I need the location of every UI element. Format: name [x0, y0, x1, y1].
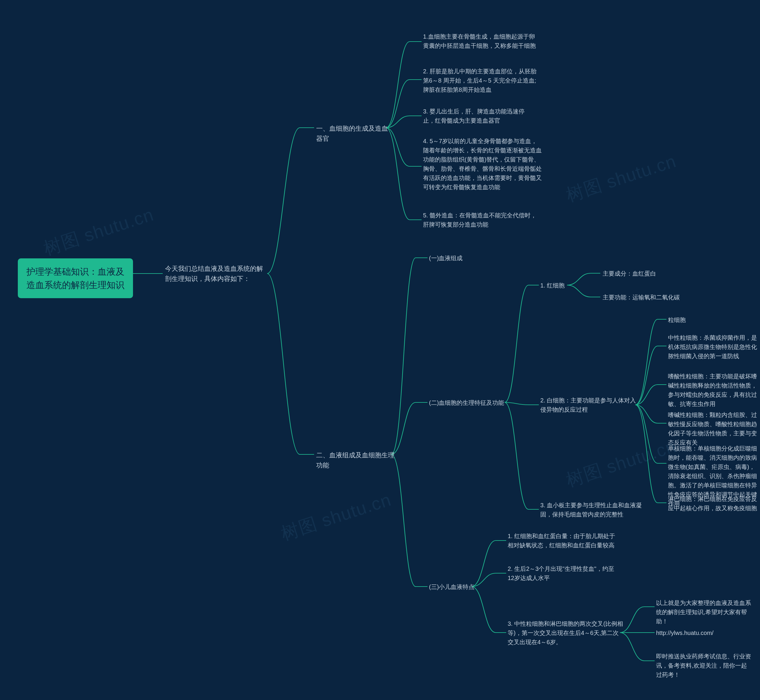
mindmap-canvas: 树图 shutu.cn 树图 shutu.cn 树图 shutu.cn 树图 s… — [0, 0, 760, 700]
footer-note-1[interactable]: 以上就是为大家整理的血液及造血系统的解剖生理知识,希望对大家有帮助！ — [656, 598, 751, 626]
connector-lines — [0, 0, 760, 700]
watermark: 树图 shutu.cn — [563, 434, 680, 492]
rbc-c2[interactable]: 主要功能：运输氧和二氧化碳 — [602, 293, 692, 302]
footer-note-2[interactable]: 即时推送执业药师考试信息、行业资讯，备考资料,欢迎关注，陪你一起过药考！ — [656, 652, 751, 680]
wbc-g1[interactable]: 粒细胞 — [668, 316, 751, 325]
section1-p1[interactable]: 1.血细胞主要在骨髓生成，血细胞起源于卵黄囊的中胚层造血干细胞，又称多能干细胞 — [423, 32, 536, 50]
wbc-g2[interactable]: 中性粒细胞：杀菌或抑菌作用，是机体抵抗病原微生物特别是急性化脓性细菌入侵的第一道… — [668, 333, 757, 361]
section2-a[interactable]: (一)血液组成 — [429, 254, 494, 263]
watermark: 树图 shutu.cn — [278, 488, 395, 546]
wbc-g6[interactable]: 淋巴细胞：淋巴细胞在免疫应答反应中起核心作用，故又称免疫细胞 — [668, 494, 757, 513]
wbc-node[interactable]: 2. 白细胞：主要功能是参与人体对入侵异物的反应过程 — [540, 396, 638, 414]
sec2c-p2[interactable]: 2. 生后2～3个月出现"生理性贫血"，约至12岁达成人水平 — [508, 564, 621, 583]
rbc-node[interactable]: 1. 红细胞 — [540, 281, 573, 290]
footer-link[interactable]: http://ylws.huatu.com/ — [656, 628, 751, 638]
section1-p2[interactable]: 2. 肝脏是胎儿中期的主要造血部位，从胚胎第6～8 周开始，生后4～5 天完全停… — [423, 67, 542, 94]
plt-node[interactable]: 3. 血小板主要参与生理性止血和血液凝固，保持毛细血管内皮的完整性 — [540, 501, 653, 519]
section1-p5[interactable]: 5. 髓外造血：在骨髓造血不能完全代偿时，肝脾可恢复部分造血功能 — [423, 211, 539, 229]
section2-title[interactable]: 二、血液组成及血细胞生理功能 — [316, 450, 399, 470]
rbc-c1[interactable]: 主要成分：血红蛋白 — [602, 269, 680, 278]
intro-node[interactable]: 今天我们总结血液及造血系统的解剖生理知识，具体内容如下： — [165, 264, 269, 284]
wbc-g4[interactable]: 嗜碱性粒细胞：颗粒内含组胺、过敏性慢反应物质、嗜酸性粒细胞趋化因子等生物活性物质… — [668, 411, 757, 447]
section1-p3[interactable]: 3. 婴儿出生后，肝、脾造血功能迅速停止，红骨髓成为主要造血器官 — [423, 107, 536, 125]
watermark: 树图 shutu.cn — [41, 203, 157, 261]
root-node[interactable]: 护理学基础知识：血液及造血系统的解剖生理知识 — [18, 258, 133, 298]
section1-title[interactable]: 一、血细胞的生成及造血器官 — [316, 123, 393, 144]
watermark: 树图 shutu.cn — [563, 149, 680, 207]
wbc-g3[interactable]: 嗜酸性粒细胞：主要功能是破坏嗜碱性粒细胞释放的生物活性物质，参与对蠕虫的免疫反应… — [668, 372, 757, 409]
sec2c-p1[interactable]: 1. 红细胞和血红蛋白量：由于胎儿期处于相对缺氧状态，红细胞和血红蛋白量较高 — [508, 531, 621, 550]
sec2c-p3[interactable]: 3. 中性粒细胞和淋巴细胞的两次交叉(比例相等)，第一次交叉出现在生后4～6天,… — [508, 619, 623, 647]
section2-c-title[interactable]: (三)小儿血液特点 — [429, 583, 479, 592]
section2-b-title[interactable]: (二)血细胞的生理特征及功能 — [429, 398, 506, 408]
section1-p4[interactable]: 4. 5～7岁以前的儿童全身骨髓都参与造血，随着年龄的增长，长骨的红骨髓逐渐被无… — [423, 137, 542, 192]
